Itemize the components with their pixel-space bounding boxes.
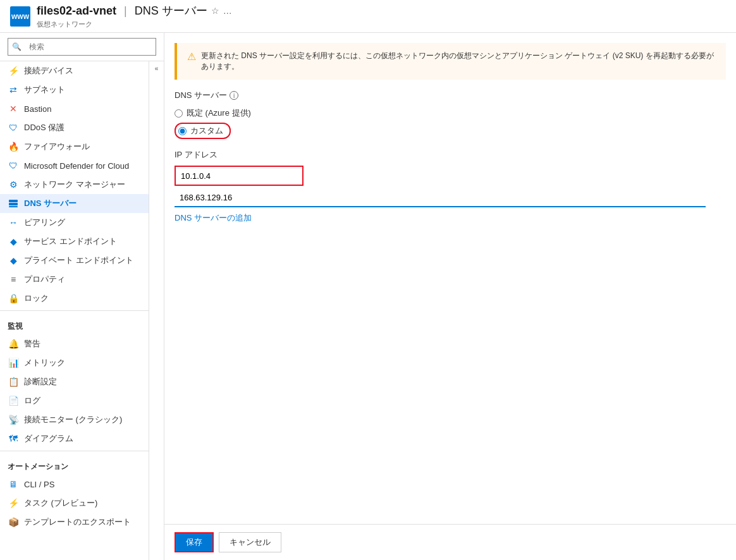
ip-input-active-2[interactable] — [175, 188, 706, 207]
sidebar-label: プライベート エンドポイント — [24, 255, 133, 266]
sidebar-label: DNS サーバー — [24, 198, 77, 209]
ddos-icon: 🛡 — [8, 122, 19, 133]
dns-default-option[interactable]: 既定 (Azure 提供) — [175, 107, 726, 119]
sidebar-label: 接続モニター (クラシック) — [24, 414, 122, 425]
add-dns-row[interactable]: DNS サーバーの追加 — [175, 210, 726, 226]
svg-rect-0 — [9, 200, 18, 202]
sidebar-nav: ⚡ 接続デバイス ⇄ サブネット ✕ Bastion 🛡 DDoS 保護 🔥 — [0, 61, 149, 560]
ip-section: IP アドレス DNS サーバーの追加 — [175, 149, 726, 226]
network-manager-icon: ⚙ — [8, 179, 19, 190]
sidebar-label: Bastion — [24, 104, 51, 114]
svg-rect-1 — [9, 203, 18, 205]
sidebar-label: Microsoft Defender for Cloud — [24, 161, 129, 171]
action-bar: 保存 キャンセル — [164, 524, 736, 560]
sidebar-label: タスク (プレビュー) — [24, 497, 97, 509]
sidebar-label: ファイアウォール — [24, 141, 90, 152]
metrics-icon: 📊 — [8, 357, 19, 368]
connected-devices-icon: ⚡ — [8, 65, 19, 76]
sidebar-label: ログ — [24, 395, 40, 406]
warning-icon: ⚠ — [187, 51, 196, 63]
dns-radio-group: 既定 (Azure 提供) カスタム — [175, 107, 726, 139]
sidebar-item-connection-monitor[interactable]: 📡 接続モニター (クラシック) — [0, 410, 149, 429]
automation-section-label: オートメーション — [0, 454, 149, 475]
sidebar-label: サブネット — [24, 84, 65, 95]
sidebar-item-network-manager[interactable]: ⚙ ネットワーク マネージャー — [0, 175, 149, 194]
sidebar-item-defender[interactable]: 🛡 Microsoft Defender for Cloud — [0, 156, 149, 175]
ip-input-box-1[interactable] — [175, 166, 304, 186]
sidebar-item-tasks[interactable]: ⚡ タスク (プレビュー) — [0, 494, 149, 513]
ip-input-2[interactable] — [175, 188, 706, 206]
sidebar-item-locks[interactable]: 🔒 ロック — [0, 289, 149, 308]
ip-label: IP アドレス — [175, 149, 726, 161]
page-header: www files02-ad-vnet | DNS サーバー ☆ … 仮想ネット… — [0, 0, 736, 33]
sidebar-item-cli-ps[interactable]: 🖥 CLI / PS — [0, 475, 149, 494]
defender-icon: 🛡 — [8, 160, 19, 171]
dns-custom-label: カスタム — [190, 125, 223, 137]
sidebar-item-diagnostics[interactable]: 📋 診断設定 — [0, 372, 149, 391]
sidebar-item-metrics[interactable]: 📊 メトリック — [0, 353, 149, 372]
ip-row-2 — [175, 188, 726, 207]
sidebar-item-firewall[interactable]: 🔥 ファイアウォール — [0, 137, 149, 156]
resource-type: 仮想ネットワーク — [37, 20, 232, 29]
sidebar-item-template-export[interactable]: 📦 テンプレートのエクスポート — [0, 513, 149, 532]
subnets-icon: ⇄ — [8, 84, 19, 95]
content-area: ⚠ 更新された DNS サーバー設定を利用するには、この仮想ネットワーク内の仮想… — [164, 33, 736, 560]
page-title: DNS サーバー — [135, 3, 207, 18]
sidebar-label: テンプレートのエクスポート — [24, 516, 131, 528]
save-button[interactable]: 保存 — [175, 532, 214, 552]
diagnostics-icon: 📋 — [8, 376, 19, 387]
sidebar-collapse-button[interactable]: « — [149, 61, 164, 560]
add-dns-button[interactable]: DNS サーバーの追加 — [175, 210, 252, 226]
monitoring-section-label: 監視 — [0, 313, 149, 334]
dns-custom-radio-wrap[interactable]: カスタム — [175, 123, 231, 139]
service-endpoints-icon: ◆ — [8, 236, 19, 247]
search-box[interactable]: 🔍 — [8, 38, 156, 56]
dns-custom-option-row[interactable]: カスタム — [175, 123, 726, 139]
svg-rect-2 — [9, 206, 18, 207]
resource-name: files02-ad-vnet — [37, 4, 116, 18]
sidebar-item-peering[interactable]: ↔ ピアリング — [0, 213, 149, 232]
sidebar-item-service-endpoints[interactable]: ◆ サービス エンドポイント — [0, 232, 149, 251]
sidebar-item-logs[interactable]: 📄 ログ — [0, 391, 149, 410]
warning-text: 更新された DNS サーバー設定を利用するには、この仮想ネットワーク内の仮想マシ… — [201, 51, 716, 72]
template-export-icon: 📦 — [8, 516, 19, 528]
sidebar-item-dns-server[interactable]: DNS サーバー — [0, 194, 149, 213]
logs-icon: 📄 — [8, 395, 19, 406]
sidebar-item-alerts[interactable]: 🔔 警告 — [0, 334, 149, 353]
sidebar-label: DDoS 保護 — [24, 122, 64, 133]
dns-custom-radio[interactable] — [178, 127, 187, 135]
more-options-icon[interactable]: … — [223, 6, 232, 16]
dns-default-radio[interactable] — [175, 109, 183, 118]
sidebar-item-properties[interactable]: ≡ プロパティ — [0, 270, 149, 289]
cancel-button[interactable]: キャンセル — [219, 532, 281, 552]
collapse-icon: « — [155, 65, 159, 72]
header-title-group: files02-ad-vnet | DNS サーバー ☆ … 仮想ネットワーク — [37, 3, 232, 29]
sidebar-label: 診断設定 — [24, 376, 57, 387]
resource-icon: www — [10, 6, 30, 27]
sidebar-label: ダイアグラム — [24, 433, 73, 444]
sidebar-item-private-endpoints[interactable]: ◆ プライベート エンドポイント — [0, 251, 149, 270]
sidebar-item-subnets[interactable]: ⇄ サブネット — [0, 80, 149, 99]
peering-icon: ↔ — [8, 217, 19, 228]
dns-info-icon[interactable]: i — [230, 91, 238, 100]
warning-banner: ⚠ 更新された DNS サーバー設定を利用するには、この仮想ネットワーク内の仮想… — [175, 43, 726, 80]
header-separator: | — [124, 4, 127, 18]
dns-section-label: DNS サーバー i — [175, 90, 726, 101]
alerts-icon: 🔔 — [8, 338, 19, 350]
sidebar-item-connected-devices[interactable]: ⚡ 接続デバイス — [0, 61, 149, 80]
search-input[interactable] — [25, 42, 156, 51]
sidebar-item-diagram[interactable]: 🗺 ダイアグラム — [0, 429, 149, 448]
sidebar-label: プロパティ — [24, 274, 65, 285]
sidebar: 🔍 ⚡ 接続デバイス ⇄ サブネット ✕ Bastion — [0, 33, 164, 560]
sidebar-item-bastion[interactable]: ✕ Bastion — [0, 99, 149, 118]
favorite-icon[interactable]: ☆ — [211, 6, 219, 16]
sidebar-label: CLI / PS — [24, 480, 54, 489]
dns-section: DNS サーバー i 既定 (Azure 提供) カスタム — [164, 90, 736, 226]
ip-input-1[interactable] — [176, 167, 302, 185]
sidebar-label: 接続デバイス — [24, 65, 73, 76]
search-icon: 🔍 — [8, 42, 25, 51]
sidebar-label: ピアリング — [24, 217, 65, 228]
dns-default-label: 既定 (Azure 提供) — [187, 107, 251, 119]
locks-icon: 🔒 — [8, 293, 19, 304]
sidebar-item-ddos[interactable]: 🛡 DDoS 保護 — [0, 118, 149, 137]
